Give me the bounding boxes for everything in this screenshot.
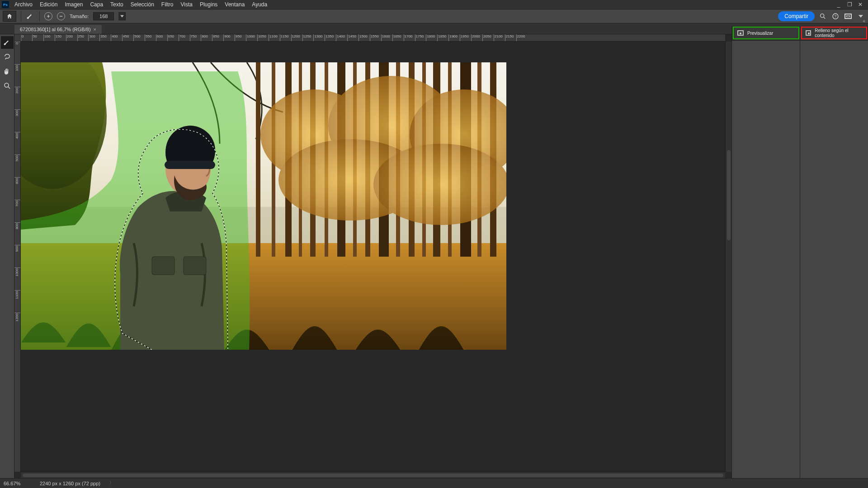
menu-texto[interactable]: Texto xyxy=(107,0,127,9)
ruler-h-tick: 750 xyxy=(191,34,197,38)
panel-tab-content-aware[interactable]: Relleno según el contenido xyxy=(801,27,868,39)
ruler-origin[interactable] xyxy=(14,34,21,42)
canvas-viewport[interactable] xyxy=(21,42,725,472)
hand-icon xyxy=(3,67,11,75)
ruler-h-tick: 1200 xyxy=(292,34,300,38)
ruler-h-tick: 2000 xyxy=(472,34,480,38)
panel-tab-label: Previsualizar xyxy=(747,31,773,36)
ruler-v-tick: 100 xyxy=(15,65,19,71)
menu-imagen[interactable]: Imagen xyxy=(61,0,86,9)
tool-brush[interactable] xyxy=(1,36,14,49)
ruler-h-tick: 1400 xyxy=(337,34,345,38)
ruler-h-tick: 2050 xyxy=(483,34,491,38)
svg-rect-32 xyxy=(184,257,206,275)
collapse-panels-caret[interactable]: « xyxy=(863,19,865,23)
ruler-h-tick: 1500 xyxy=(359,34,368,38)
menu-filtro[interactable]: Filtro xyxy=(158,0,177,9)
lasso-icon xyxy=(3,53,11,61)
ruler-h-tick: 1100 xyxy=(269,34,278,38)
ruler-h-tick: 850 xyxy=(213,34,219,38)
canvas-stage: 0501001502002503003504004505005506006507… xyxy=(14,34,731,478)
vertical-scrollbar[interactable] xyxy=(725,42,731,472)
help-icon: ? xyxy=(832,13,839,20)
horizontal-scroll-thumb[interactable] xyxy=(23,474,723,477)
ruler-h-tick: 1250 xyxy=(303,34,311,38)
tool-lasso[interactable] xyxy=(1,51,14,63)
ruler-h-tick: 950 xyxy=(236,34,241,38)
document-canvas[interactable] xyxy=(21,62,506,350)
document-tab[interactable]: 672081360[1] al 66,7% (RGB/8) × xyxy=(14,25,102,34)
ruler-h-tick: 1050 xyxy=(258,34,266,38)
ruler-v-tick: 1000 xyxy=(15,268,19,277)
minus-icon xyxy=(59,14,63,18)
ruler-h-tick: 200 xyxy=(67,34,73,38)
svg-point-3 xyxy=(5,83,9,87)
ruler-h-tick: 1900 xyxy=(449,34,458,38)
ruler-h-tick: 500 xyxy=(134,34,140,38)
preview-panel-body xyxy=(732,40,800,478)
ruler-h-tick: 1750 xyxy=(416,34,424,38)
svg-rect-8 xyxy=(256,62,260,257)
status-caret[interactable]: 〉 xyxy=(109,480,113,486)
menu-plugins[interactable]: Plugins xyxy=(196,0,221,9)
document-tab-close[interactable]: × xyxy=(94,27,96,32)
workspace-icon xyxy=(844,14,852,19)
ruler-h-tick: 50 xyxy=(33,34,37,38)
menu-seleccion[interactable]: Selección xyxy=(127,0,158,9)
brush-size-input[interactable] xyxy=(93,12,114,20)
svg-rect-31 xyxy=(152,257,175,275)
ruler-v-tick: 200 xyxy=(15,88,19,94)
ruler-h-tick: 1450 xyxy=(348,34,356,38)
brush-icon xyxy=(3,38,11,47)
ruler-vertical[interactable]: 0100200300400500600700800900100011001200 xyxy=(14,42,21,472)
help-button[interactable]: ? xyxy=(831,12,840,21)
svg-rect-34 xyxy=(165,161,215,169)
ruler-horizontal[interactable]: 0501001502002503003504004505005506006507… xyxy=(21,34,725,42)
ruler-h-tick: 100 xyxy=(44,34,50,38)
ruler-h-tick: 550 xyxy=(146,34,151,38)
svg-point-0 xyxy=(821,14,824,18)
window-minimize[interactable]: _ xyxy=(835,1,842,8)
tool-zoom[interactable] xyxy=(1,80,14,92)
add-to-selection-button[interactable] xyxy=(44,12,52,20)
brush-size-dropdown[interactable] xyxy=(118,12,126,20)
panel-icon xyxy=(806,30,811,36)
ruler-v-tick: 0 xyxy=(15,42,19,44)
active-tool-preview[interactable] xyxy=(26,12,35,21)
home-button[interactable] xyxy=(3,11,16,22)
ruler-h-tick: 1700 xyxy=(405,34,413,38)
separator xyxy=(21,11,21,21)
home-icon xyxy=(6,13,13,19)
ruler-v-tick: 500 xyxy=(15,155,19,161)
menu-ventana[interactable]: Ventana xyxy=(221,0,248,9)
vertical-scroll-thumb[interactable] xyxy=(727,150,731,240)
ruler-h-tick: 1150 xyxy=(281,34,289,38)
workspace-button[interactable] xyxy=(844,12,853,21)
ruler-v-tick: 900 xyxy=(15,246,19,252)
menu-vista[interactable]: Vista xyxy=(177,0,196,9)
tool-hand[interactable] xyxy=(1,65,14,78)
window-close[interactable]: ✕ xyxy=(857,1,863,8)
menu-capa[interactable]: Capa xyxy=(86,0,107,9)
menu-edicion[interactable]: Edición xyxy=(36,0,61,9)
horizontal-scrollbar[interactable] xyxy=(21,472,725,478)
ruler-h-tick: 2100 xyxy=(495,34,503,38)
svg-point-30 xyxy=(373,144,506,225)
zoom-readout[interactable]: 66.67% xyxy=(4,481,31,486)
ruler-h-tick: 1550 xyxy=(371,34,379,38)
ruler-h-tick: 1600 xyxy=(382,34,390,38)
panel-tab-preview[interactable]: Previsualizar xyxy=(733,27,799,39)
search-button[interactable] xyxy=(818,12,827,21)
menu-archivo[interactable]: Archivo xyxy=(11,0,36,9)
content-aware-panel-body xyxy=(800,40,868,478)
menu-ayuda[interactable]: Ayuda xyxy=(248,0,271,9)
ruler-h-tick: 1650 xyxy=(393,34,401,38)
window-restore[interactable]: ❐ xyxy=(846,1,853,8)
brush-size-label: Tamaño: xyxy=(70,14,89,19)
ruler-h-tick: 1850 xyxy=(438,34,446,38)
ruler-v-tick: 700 xyxy=(15,201,19,206)
subtract-from-selection-button[interactable] xyxy=(57,12,65,20)
share-button[interactable]: Compartir xyxy=(778,11,815,21)
ruler-h-tick: 650 xyxy=(168,34,174,38)
ruler-h-tick: 450 xyxy=(123,34,129,38)
